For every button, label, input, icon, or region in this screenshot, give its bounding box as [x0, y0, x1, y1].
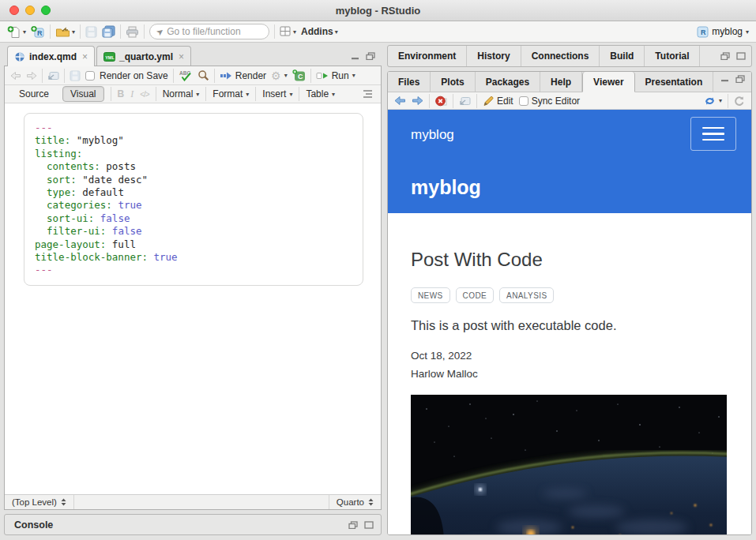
visual-mode-button[interactable]: Visual	[62, 86, 103, 102]
project-cube-icon: R	[697, 26, 709, 38]
sync-editor-checkbox[interactable]: Sync Editor	[519, 96, 580, 107]
tab-packages[interactable]: Packages	[476, 72, 540, 92]
save-button[interactable]	[85, 26, 97, 38]
project-menu-button[interactable]: R myblog ▾	[697, 26, 749, 38]
viewer-back-icon[interactable]	[394, 96, 406, 106]
source-editor-pane: index.qmd × YML _quarto.yml ×	[4, 45, 382, 510]
viewer-forward-icon[interactable]	[412, 96, 423, 106]
tab-environment[interactable]: Environment	[388, 46, 467, 66]
left-column: index.qmd × YML _quarto.yml ×	[4, 45, 382, 535]
files-pane: FilesPlotsPackagesHelpViewerPresentation	[387, 71, 752, 535]
sync-button[interactable]: ▾	[704, 96, 722, 107]
save-icon[interactable]	[70, 70, 81, 81]
insert-menu[interactable]: Insert ▾	[262, 88, 292, 99]
goto-file-search[interactable]: ➤	[149, 24, 269, 39]
tab-presentation[interactable]: Presentation	[635, 72, 714, 92]
outline-toggle-icon[interactable]	[362, 89, 374, 99]
back-icon[interactable]	[10, 71, 21, 81]
render-button[interactable]: Render	[220, 70, 266, 81]
restore-pane-icon[interactable]	[735, 75, 745, 83]
code-button[interactable]: </>	[140, 90, 149, 99]
italic-button[interactable]: I	[130, 88, 134, 100]
stop-icon[interactable]	[435, 96, 447, 107]
category-badge[interactable]: NEWS	[411, 287, 450, 303]
maximize-pane-icon[interactable]	[364, 521, 374, 529]
forward-icon[interactable]	[26, 71, 37, 81]
code-line: categories: true	[35, 199, 352, 212]
goto-arrow-icon: ➤	[154, 25, 166, 38]
tab-viewer[interactable]: Viewer	[582, 72, 634, 92]
new-file-icon	[7, 25, 21, 39]
gear-icon: ⚙	[271, 70, 281, 81]
menu-icon[interactable]	[690, 117, 736, 151]
panes-grid-icon	[280, 26, 291, 37]
post-hero-image	[411, 395, 727, 534]
code-line: title: "myblog"	[35, 134, 352, 147]
print-button[interactable]	[126, 26, 139, 38]
editor-content[interactable]: ---title: "myblog"listing: contents: pos…	[5, 103, 381, 494]
tab-connections[interactable]: Connections	[521, 46, 600, 66]
category-badges: NEWSCODEANALYSIS	[411, 287, 728, 303]
close-tab-icon[interactable]: ×	[82, 51, 88, 62]
edit-button[interactable]: Edit	[483, 96, 513, 107]
editor-tab-index-qmd[interactable]: index.qmd ×	[7, 46, 95, 66]
refresh-icon[interactable]	[734, 96, 745, 107]
insert-chunk-icon[interactable]: C	[292, 69, 306, 81]
maximize-pane-icon[interactable]	[366, 52, 375, 60]
viewer-toolbar: Edit Sync Editor ▾	[388, 92, 751, 110]
restore-pane-icon[interactable]	[348, 521, 358, 529]
open-in-new-window-icon[interactable]	[459, 96, 471, 106]
editor-statusbar: (Top Level) Quarto	[5, 494, 381, 509]
goto-file-input[interactable]	[167, 26, 254, 37]
console-pane-header[interactable]: Console	[4, 514, 382, 535]
tab-plots[interactable]: Plots	[431, 72, 475, 92]
maximize-pane-icon[interactable]	[736, 52, 746, 60]
render-options-button[interactable]: ⚙ ▾	[271, 70, 288, 81]
spellcheck-icon[interactable]: ABC	[179, 69, 193, 81]
source-mode-button[interactable]: Source	[12, 87, 56, 101]
blog-navbar-title[interactable]: myblog	[411, 127, 454, 143]
code-line: listing:	[35, 148, 352, 160]
table-menu[interactable]: Table ▾	[306, 88, 335, 99]
earth-night-image	[411, 395, 727, 534]
category-badge[interactable]: CODE	[456, 287, 495, 303]
minimize-pane-icon[interactable]	[720, 75, 729, 82]
main-toolbar: ▾ R ▾	[0, 21, 756, 43]
viewer-content: myblog myblog Post With Code NEWSCODEANA…	[388, 110, 751, 534]
tab-help[interactable]: Help	[540, 72, 582, 92]
yaml-code-block[interactable]: ---title: "myblog"listing: contents: pos…	[24, 113, 363, 286]
minimize-pane-icon[interactable]	[351, 53, 359, 60]
category-badge[interactable]: ANALYSIS	[499, 287, 554, 303]
tab-tutorial[interactable]: Tutorial	[645, 46, 700, 66]
new-file-button[interactable]: ▾	[7, 25, 26, 39]
editor-tab-quarto-yml[interactable]: YML _quarto.yml ×	[96, 46, 191, 66]
code-line: filter-ui: false	[35, 225, 352, 238]
editor-tab-label: _quarto.yml	[119, 51, 173, 62]
quarto-doc-icon	[14, 51, 25, 62]
print-icon	[126, 26, 139, 38]
tab-history[interactable]: History	[467, 46, 521, 66]
render-on-save-checkbox[interactable]	[85, 71, 95, 81]
bold-button[interactable]: B	[118, 88, 125, 99]
post-title: Post With Code	[411, 249, 728, 271]
open-in-new-window-icon[interactable]	[47, 71, 59, 81]
environment-pane-tabs: EnvironmentHistoryConnectionsBuildTutori…	[387, 45, 752, 67]
save-all-button[interactable]	[102, 25, 115, 38]
open-file-button[interactable]: ▾	[55, 26, 75, 38]
file-type-selector[interactable]: Quarto	[329, 495, 381, 509]
panes-layout-button[interactable]: ▾	[280, 26, 296, 37]
search-icon[interactable]	[197, 69, 209, 81]
scope-selector[interactable]: (Top Level)	[5, 495, 74, 509]
format-menu[interactable]: Format ▾	[213, 88, 249, 99]
tab-build[interactable]: Build	[600, 46, 645, 66]
tab-files[interactable]: Files	[388, 72, 431, 92]
restore-pane-icon[interactable]	[720, 52, 730, 60]
toolbar-separator	[50, 24, 51, 39]
new-project-button[interactable]: R	[31, 25, 45, 39]
new-project-icon: R	[31, 25, 45, 39]
close-tab-icon[interactable]: ×	[179, 51, 184, 62]
post-date: Oct 18, 2022	[411, 350, 728, 362]
paragraph-style-dropdown[interactable]: Normal ▾	[163, 88, 200, 99]
run-button[interactable]: Run ▾	[316, 70, 355, 81]
addins-button[interactable]: Addins ▾	[301, 26, 338, 37]
